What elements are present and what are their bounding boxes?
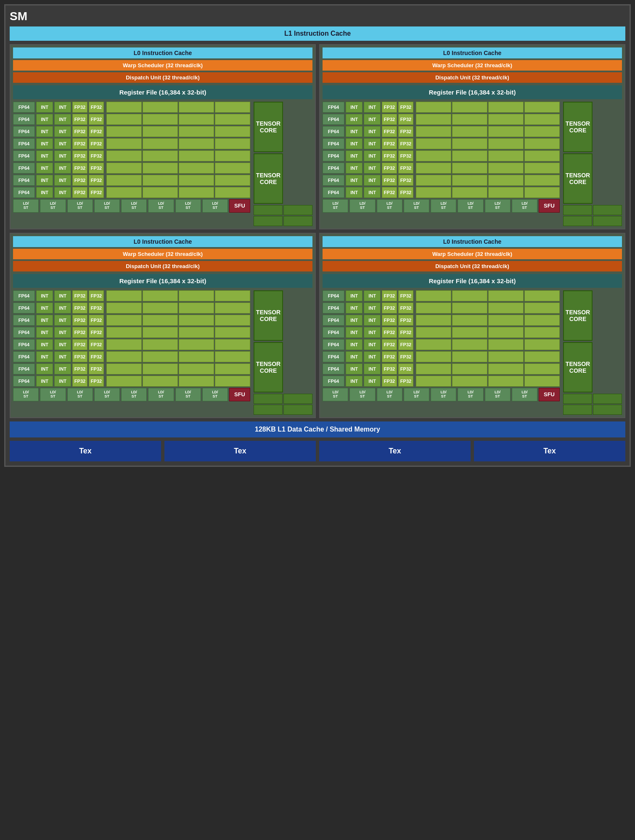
green-cell [488, 376, 524, 387]
ld-st-row-bl: LD/ST LD/ST LD/ST LD/ST LD/ST LD/ST LD/S… [13, 388, 250, 401]
green-cell [524, 363, 560, 374]
fp64-cell: FP64 [323, 315, 344, 326]
fp32-cell: FP32 [382, 351, 397, 362]
green-cell [179, 363, 214, 374]
fp64-cell: FP64 [13, 363, 35, 374]
l1-data-cache: 128KB L1 Data Cache / Shared Memory [10, 421, 625, 437]
fp32-cell: FP32 [89, 187, 104, 198]
int-cell: INT [364, 138, 381, 149]
green-cell [215, 315, 250, 326]
green-cell [106, 126, 142, 137]
ld-st-cell: LD/ST [349, 388, 375, 401]
fp32-cell: FP32 [89, 351, 104, 362]
tex-row: Tex Tex Tex Tex [10, 441, 625, 461]
fp64-cell: FP64 [323, 150, 344, 161]
ld-st-cell: LD/ST [458, 199, 483, 213]
green-cell [179, 114, 214, 125]
cores-section-tl: FP64 INT INT FP32 FP32 [13, 102, 312, 226]
cores-section-bl: FP64 INT INT FP32 FP32 FP64 INT INT FP32 [13, 290, 312, 415]
fp32-cell: FP32 [382, 376, 397, 387]
green-cell [452, 363, 487, 374]
green-cell [143, 376, 178, 387]
ld-st-cell: LD/ST [458, 388, 483, 401]
int-cell: INT [364, 126, 381, 137]
green-cell [488, 315, 524, 326]
ld-st-cell: LD/ST [121, 388, 147, 401]
tensor-unnamed [593, 216, 622, 226]
ld-st-cell: LD/ST [175, 199, 201, 213]
ld-st-cell: LD/ST [323, 388, 348, 401]
tensor-core-8: TENSOR CORE [563, 342, 593, 392]
fp32-cell: FP32 [398, 114, 413, 125]
green-cell [179, 187, 214, 198]
ld-st-cell: LD/ST [94, 388, 120, 401]
fp32-cell: FP32 [382, 187, 397, 198]
fp32-cell: FP32 [398, 351, 413, 362]
tensor-unnamed [563, 405, 592, 415]
warp-scheduler-bl: Warp Scheduler (32 thread/clk) [13, 249, 312, 259]
sm-container: SM L1 Instruction Cache L0 Instruction C… [4, 4, 631, 467]
green-cell [106, 175, 142, 186]
int-cell: INT [346, 114, 362, 125]
fp64-cell: FP64 [13, 339, 35, 350]
core-row-8: FP64 INT INT FP32 FP32 [13, 187, 250, 198]
tex-cell-4: Tex [474, 441, 625, 461]
fp64-cell: FP64 [13, 315, 35, 326]
green-cell [215, 187, 250, 198]
green-cell [179, 150, 214, 161]
l0-cache-br: L0 Instruction Cache [323, 236, 622, 247]
green-cell [143, 363, 178, 374]
green-cell [215, 303, 250, 313]
fp64-cell: FP64 [323, 102, 344, 113]
green-cell [106, 163, 142, 174]
fp32-cell: FP32 [89, 290, 104, 301]
register-file-br: Register File (16,384 x 32-bit) [323, 274, 622, 288]
fp32-cell: FP32 [398, 327, 413, 338]
green-cell [143, 327, 178, 338]
sfu-cell: SFU [229, 199, 250, 213]
green-cell [179, 376, 214, 387]
int-cell: INT [346, 315, 362, 326]
tensor-unnamed [254, 205, 283, 215]
green-cell [524, 376, 560, 387]
green-cell [452, 175, 487, 186]
green-cell [179, 175, 214, 186]
int-cell: INT [54, 187, 71, 198]
int-cell: INT [36, 339, 53, 350]
green-cell [452, 376, 487, 387]
l1-instruction-cache: L1 Instruction Cache [10, 26, 625, 41]
int-cell: INT [346, 303, 362, 313]
fp64-cell: FP64 [13, 303, 35, 313]
cores-section-br: FP64 INT INT FP32 FP32 FP64 INT INT FP32 [323, 290, 622, 415]
int-cell: INT [54, 339, 71, 350]
quadrant-bottom-left: L0 Instruction Cache Warp Scheduler (32 … [10, 233, 316, 418]
int-cell: INT [54, 126, 71, 137]
sfu-cell: SFU [539, 388, 560, 401]
ld-st-cell: LD/ST [121, 199, 147, 213]
green-cell [179, 315, 214, 326]
int-cell: INT [36, 150, 53, 161]
fp64-cell: FP64 [13, 175, 35, 186]
green-cell [524, 175, 560, 186]
green-cell [215, 175, 250, 186]
ld-st-cell: LD/ST [404, 199, 429, 213]
green-cell [416, 114, 451, 125]
green-cell [215, 327, 250, 338]
fp32-cell: FP32 [89, 138, 104, 149]
fp64-cell: FP64 [13, 327, 35, 338]
green-cell [106, 327, 142, 338]
fp32-cell: FP32 [398, 163, 413, 174]
green-cell [143, 303, 178, 313]
fp32-cell: FP32 [72, 126, 87, 137]
core-row-7: FP64 INT INT FP32 FP32 [13, 175, 250, 186]
green-cell [524, 327, 560, 338]
green-cell [416, 327, 451, 338]
green-cell [143, 126, 178, 137]
green-cell [524, 114, 560, 125]
fp32-cell: FP32 [89, 126, 104, 137]
int-cell: INT [36, 187, 53, 198]
fp32-cell: FP32 [89, 163, 104, 174]
fp32-cell: FP32 [382, 150, 397, 161]
green-cell [524, 351, 560, 362]
fp32-cell: FP32 [89, 327, 104, 338]
